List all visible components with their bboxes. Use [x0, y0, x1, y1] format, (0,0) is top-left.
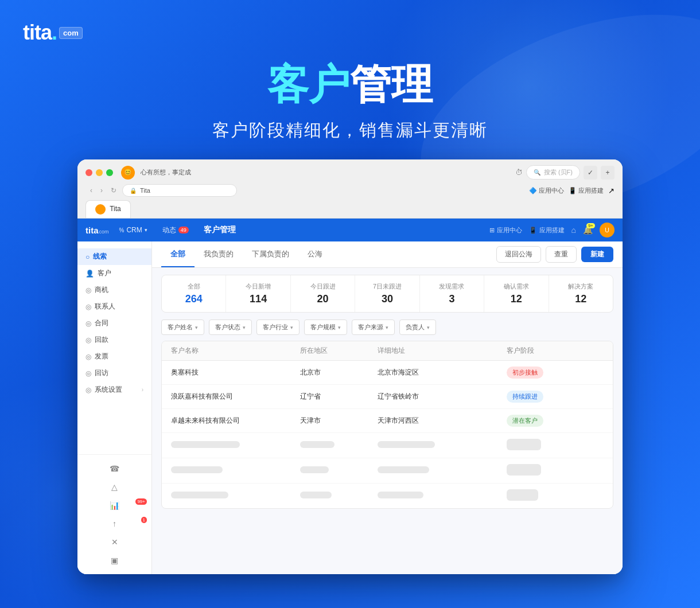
table-row[interactable]: 浪跃嘉科技有限公司 辽宁省 辽宁省铁岭市 持续跟进 — [162, 385, 613, 409]
external-link-icon[interactable]: ↗ — [608, 186, 615, 195]
minimize-button[interactable] — [96, 169, 103, 176]
sidebar-item-leads[interactable]: ○ 线索 — [77, 248, 151, 265]
search-icon: 🔍 — [534, 169, 540, 176]
filter-source-label: 客户来源 — [358, 323, 383, 332]
tab-label: Tita — [110, 205, 121, 213]
sidebar-label-payments: 回款 — [95, 335, 108, 345]
stat-7day-value: 30 — [364, 293, 410, 305]
leads-icon: ○ — [85, 253, 90, 261]
sidebar-grid-btn[interactable]: ▣ — [77, 551, 151, 570]
stat-today-new-value: 114 — [235, 293, 281, 305]
sidebar-item-opportunities[interactable]: ◎ 商机 — [77, 282, 151, 298]
url-bar[interactable]: 🔍 搜索 (贝F) — [526, 165, 580, 180]
filter-industry[interactable]: 客户行业 ▾ — [256, 319, 300, 335]
filter-status[interactable]: 客户状态 ▾ — [209, 319, 252, 335]
stat-today-follow-value: 20 — [300, 293, 345, 305]
contacts-icon: ◎ — [85, 303, 91, 311]
skeleton-stage-6 — [507, 489, 604, 502]
settings-arrow: › — [142, 387, 143, 393]
sidebar-upload-btn[interactable]: ↑ 1 — [77, 515, 151, 533]
app-build-nav[interactable]: 📱 应用搭建 — [529, 226, 565, 235]
favicon-avatar: 😊 — [121, 166, 135, 180]
data-table: 客户名称 所在地区 详细地址 客户阶段 奥塞科技 北京市 北京市海淀区 初步接触 — [161, 341, 613, 509]
table-row-skeleton-4 — [162, 433, 613, 458]
stat-solution-label: 解决方案 — [558, 282, 604, 291]
tab-public[interactable]: 公海 — [298, 242, 332, 267]
home-icon[interactable]: ⌂ — [571, 225, 576, 235]
sidebar-home-btn[interactable]: △ — [77, 478, 151, 496]
skeleton-address-5 — [378, 466, 507, 475]
x-icon: ✕ — [111, 537, 118, 547]
activity-menu[interactable]: 动态 49 — [158, 223, 193, 237]
sidebar-item-invoices[interactable]: ◎ 发票 — [77, 348, 151, 365]
phone-icon: ☎ — [110, 464, 119, 473]
filter-owner[interactable]: 负责人 ▾ — [399, 319, 436, 335]
address-text: Tita — [140, 187, 150, 194]
logo-com: com — [59, 27, 83, 39]
visits-icon: ◎ — [85, 369, 91, 377]
filter-name[interactable]: 客户姓名 ▾ — [161, 319, 204, 335]
notification-icon[interactable]: 🔔 9+ — [583, 225, 593, 235]
table-row-skeleton-6 — [162, 484, 613, 508]
tab-favicon — [95, 204, 106, 215]
stat-solution: 解决方案 12 — [549, 275, 613, 312]
main-title: 客户管理 — [23, 62, 677, 107]
cell-stage-3: 潜在客户 — [507, 415, 604, 427]
skeleton-name-6 — [171, 492, 300, 500]
app-center-nav[interactable]: ⊞ 应用中心 — [489, 226, 522, 235]
tab-mine[interactable]: 我负责的 — [195, 242, 243, 267]
close-button[interactable] — [85, 169, 92, 176]
filter-status-label: 客户状态 — [215, 323, 240, 332]
filter-source[interactable]: 客户来源 ▾ — [352, 319, 395, 335]
address-bar[interactable]: 🔒 Tita — [122, 184, 237, 197]
stage-badge-3: 潜在客户 — [507, 415, 543, 427]
return-public-btn[interactable]: 退回公海 — [496, 246, 541, 263]
maximize-button[interactable] — [106, 169, 113, 176]
sidebar-chart-btn[interactable]: 📊 99+ — [77, 496, 151, 515]
crm-menu[interactable]: % CRM ▾ — [115, 224, 152, 236]
sidebar-item-contacts[interactable]: ◎ 联系人 — [77, 298, 151, 315]
user-avatar[interactable]: U — [600, 223, 615, 237]
skeleton-stage-5 — [507, 464, 604, 477]
history-icon[interactable]: ⏱ — [515, 168, 523, 177]
back-arrow[interactable]: ‹ — [88, 185, 95, 196]
filter-scale-label: 客户规模 — [310, 323, 336, 332]
browser-tab-tita[interactable]: Tita — [85, 200, 131, 218]
app-top-bar: titacom % CRM ▾ 动态 49 客户管理 ⊞ 应用中心 📱 应用搭建 — [77, 219, 623, 241]
filter-source-arrow: ▾ — [386, 325, 388, 330]
app-build-link[interactable]: 📱 应用搭建 — [569, 186, 604, 195]
cell-name-3: 卓越未来科技有限公司 — [171, 416, 300, 426]
settings-icon: ◎ — [85, 386, 91, 394]
stat-total-value: 264 — [171, 293, 216, 305]
stat-today-new: 今日新增 114 — [226, 275, 290, 312]
filter-name-arrow: ▾ — [195, 325, 198, 330]
filter-scale[interactable]: 客户规模 ▾ — [304, 319, 347, 335]
app-center-icon: ⊞ — [489, 227, 495, 234]
logo-area: tita.com — [23, 21, 677, 45]
sidebar-item-customers[interactable]: 👤 客户 — [77, 265, 151, 282]
checkmark-btn[interactable]: ✓ — [584, 166, 597, 180]
stat-today-follow-label: 今日跟进 — [300, 282, 345, 291]
reload-arrow[interactable]: ↻ — [108, 185, 119, 196]
invoices-icon: ◎ — [85, 353, 91, 361]
create-btn[interactable]: 新建 — [581, 247, 613, 262]
sidebar-close-btn[interactable]: ✕ — [77, 533, 151, 551]
sidebar-label-contracts: 合同 — [95, 318, 108, 328]
sidebar-item-settings[interactable]: ◎ 系统设置 › — [77, 381, 151, 398]
sidebar-item-visits[interactable]: ◎ 回访 — [77, 365, 151, 381]
sidebar-item-contracts[interactable]: ◎ 合同 — [77, 315, 151, 332]
col-address: 详细地址 — [378, 346, 507, 356]
sidebar-phone-btn[interactable]: ☎ — [77, 459, 151, 478]
tab-all[interactable]: 全部 — [161, 242, 195, 267]
table-row[interactable]: 奥塞科技 北京市 北京市海淀区 初步接触 — [162, 361, 613, 385]
sidebar-label-customers: 客户 — [98, 268, 111, 278]
forward-arrow[interactable]: › — [98, 185, 105, 196]
add-btn[interactable]: + — [601, 166, 615, 180]
filter-name-label: 客户姓名 — [168, 323, 193, 332]
app-center-link[interactable]: 🔷 应用中心 — [529, 186, 564, 195]
sidebar-item-payments[interactable]: ◎ 回款 — [77, 332, 151, 348]
tab-subordinate[interactable]: 下属负责的 — [243, 242, 298, 267]
duplicate-check-btn[interactable]: 查重 — [546, 246, 577, 263]
cell-stage-1: 初步接触 — [507, 367, 604, 379]
table-row[interactable]: 卓越未来科技有限公司 天津市 天津市河西区 潜在客户 — [162, 409, 613, 433]
